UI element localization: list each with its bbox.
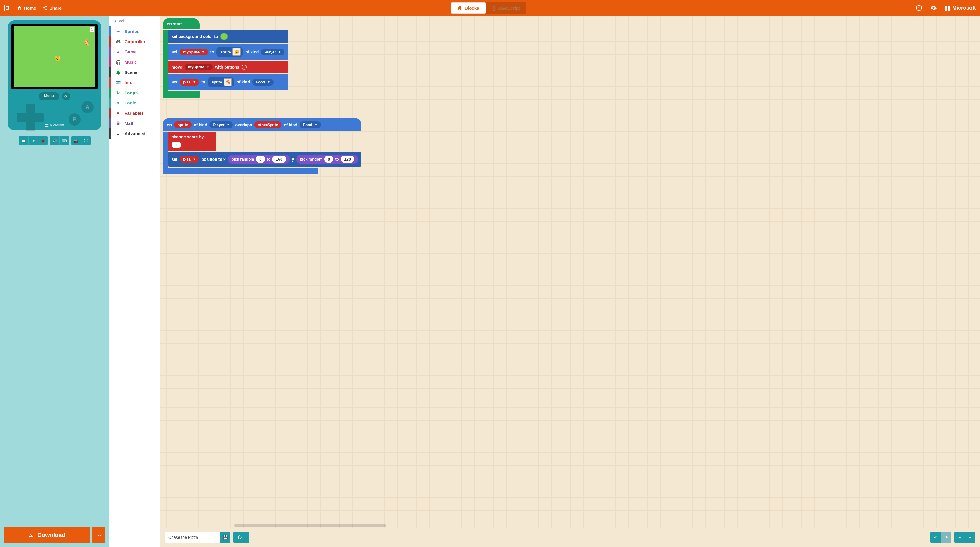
pick-random-x[interactable]: pick random 0 to 160 <box>228 155 290 164</box>
score-badge: 1 <box>90 27 94 32</box>
share-link[interactable]: Share <box>43 6 62 11</box>
kind-dropdown[interactable]: Food▼ <box>252 79 274 86</box>
dpad-up[interactable] <box>25 104 35 113</box>
category-sprites[interactable]: ✈Sprites <box>109 26 159 37</box>
blocks-workspace[interactable]: on start set background color to set myS… <box>160 16 980 547</box>
simulator-panel: 1 🍕 😺 Menu ⟳ A B <box>0 16 109 547</box>
category-scene[interactable]: 🌲Scene <box>109 67 159 77</box>
workspace-scrollbar[interactable] <box>234 524 386 526</box>
mysprite-variable[interactable]: mySprite▼ <box>180 49 208 56</box>
on-start-block[interactable]: on start <box>163 18 199 29</box>
restart-button[interactable]: ⟳ <box>62 92 70 100</box>
refresh-button[interactable]: ⟳ <box>28 136 38 145</box>
dpad-left[interactable] <box>17 113 26 122</box>
category-controller[interactable]: 🎮Controller <box>109 37 159 47</box>
dpad-right[interactable] <box>35 113 44 122</box>
button-b[interactable]: B <box>68 113 81 126</box>
piza-variable[interactable]: piza▼ <box>180 79 199 86</box>
button-a[interactable]: A <box>81 101 94 113</box>
gear-icon[interactable] <box>931 5 937 11</box>
random-from-input[interactable]: 0 <box>256 156 265 163</box>
microsoft-squares-icon <box>45 124 48 127</box>
piza-variable[interactable]: piza▼ <box>180 156 199 163</box>
redo-button[interactable]: ↷ <box>941 532 951 543</box>
mute-button[interactable]: 🔊 <box>50 136 59 145</box>
category-loops[interactable]: ↻Loops <box>109 88 159 98</box>
pick-random-y[interactable]: pick random 0 to 120 <box>296 155 358 164</box>
share-icon <box>43 6 47 10</box>
editor-bottom-bar: 💾 ↑ ↶ ↷ − + <box>160 528 980 547</box>
change-score-block[interactable]: change score by 1 <box>168 132 216 151</box>
microsoft-logo[interactable]: Microsoft <box>945 5 976 11</box>
othersprite-param[interactable]: otherSprite <box>255 121 282 128</box>
menu-button[interactable]: Menu <box>39 92 59 100</box>
gamepad-icon: 🎮 <box>116 40 121 44</box>
kind-dropdown[interactable]: Food▼ <box>299 121 321 128</box>
dpad-center <box>25 113 35 122</box>
expand-icon[interactable]: + <box>242 64 247 70</box>
kind-dropdown[interactable]: Player▼ <box>209 121 233 128</box>
debug-button[interactable]: 🐞 <box>38 136 48 145</box>
set-piza-block[interactable]: set piza▼ to sprite 🍕 of kind Food▼ <box>168 74 288 90</box>
tree-icon: 🌲 <box>116 70 121 75</box>
search-input[interactable] <box>113 19 164 23</box>
category-logic[interactable]: ⤮Logic <box>109 98 159 108</box>
random-from-input[interactable]: 0 <box>325 156 334 163</box>
blocks-tab-label: Blocks <box>465 6 479 11</box>
app-header: Home Share Blocks {} JavaScript ? Micros… <box>0 0 980 16</box>
dpad <box>17 104 44 131</box>
score-value-input[interactable]: 1 <box>172 142 181 148</box>
download-icon <box>29 533 34 537</box>
sprite-constructor[interactable]: sprite 🍕 <box>208 77 234 87</box>
set-mysprite-block[interactable]: set mySprite▼ to sprite 😺 of kind Player… <box>168 44 288 60</box>
screenshot-button[interactable]: 📷 <box>72 136 81 145</box>
kind-dropdown[interactable]: Player▼ <box>261 49 285 56</box>
headphones-icon: 🎧 <box>116 60 121 64</box>
sprite-constructor[interactable]: sprite 😺 <box>216 47 243 57</box>
cat-sprite: 😺 <box>54 56 61 62</box>
category-info[interactable]: 🪪Info <box>109 77 159 88</box>
editor-toggle: Blocks {} JavaScript <box>451 2 527 14</box>
mysprite-variable[interactable]: mySprite▼ <box>185 64 213 70</box>
braces-icon: {} <box>492 6 496 11</box>
loop-icon: ↻ <box>116 91 121 95</box>
id-card-icon: 🪪 <box>116 80 121 85</box>
sprite-param[interactable]: sprite <box>174 121 191 128</box>
color-picker[interactable] <box>220 33 228 40</box>
set-bg-color-block[interactable]: set background color to <box>168 30 288 43</box>
home-link[interactable]: Home <box>17 6 36 11</box>
zoom-out-button[interactable]: − <box>955 532 965 543</box>
category-math[interactable]: 🖩Math <box>109 118 159 128</box>
set-position-block[interactable]: set piza▼ position to x pick random 0 to… <box>168 152 361 167</box>
project-name-input[interactable] <box>164 532 220 543</box>
blocks-tab[interactable]: Blocks <box>451 2 485 14</box>
keyboard-button[interactable]: ⌨ <box>59 136 69 145</box>
dpad-down[interactable] <box>25 122 35 131</box>
move-with-buttons-block[interactable]: move mySprite▼ with buttons + <box>168 61 288 73</box>
javascript-tab[interactable]: {} JavaScript <box>486 2 527 14</box>
category-advanced[interactable]: ⌄Advanced <box>109 128 159 139</box>
on-overlap-block[interactable]: on sprite of kind Player▼ overlaps other… <box>163 118 361 131</box>
sprite-image-picker[interactable]: 🍕 <box>224 78 232 86</box>
simulator-screen[interactable]: 1 🍕 😺 <box>11 24 98 89</box>
home-icon <box>17 6 22 10</box>
github-button[interactable]: ↑ <box>233 532 249 543</box>
app-logo-icon[interactable] <box>4 5 11 11</box>
random-to-input[interactable]: 120 <box>340 156 355 163</box>
undo-button[interactable]: ↶ <box>931 532 941 543</box>
download-button[interactable]: Download <box>4 527 90 543</box>
help-icon[interactable]: ? <box>916 5 922 11</box>
svg-point-0 <box>46 6 47 7</box>
download-more-button[interactable]: ⋯ <box>92 527 105 543</box>
category-music[interactable]: 🎧Music <box>109 57 159 67</box>
fullscreen-button[interactable]: ⛶ <box>81 136 91 145</box>
category-variables[interactable]: ≡Variables <box>109 108 159 118</box>
puzzle-icon <box>458 6 462 10</box>
category-game[interactable]: ●Game <box>109 47 159 57</box>
sprite-image-picker[interactable]: 😺 <box>232 48 240 56</box>
save-button[interactable]: 💾 <box>220 532 231 543</box>
stop-button[interactable]: ◼ <box>19 136 28 145</box>
zoom-in-button[interactable]: + <box>965 532 975 543</box>
svg-text:?: ? <box>918 6 920 10</box>
random-to-input[interactable]: 160 <box>272 156 286 163</box>
